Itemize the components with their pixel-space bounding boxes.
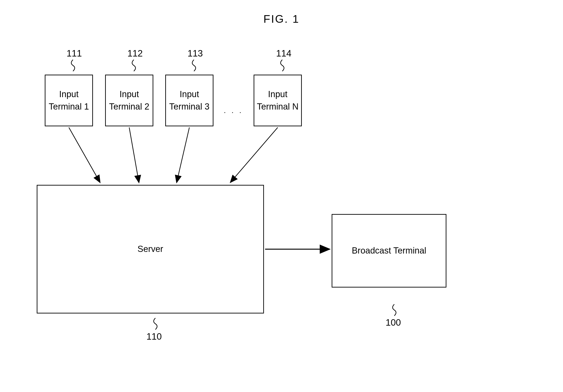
squiggle-111 <box>66 59 80 72</box>
box-input-terminal-2: Input Terminal 2 <box>105 75 153 126</box>
squiggle-100 <box>387 303 401 317</box>
ref-112: 112 <box>127 48 143 59</box>
box-input-terminal-1: Input Terminal 1 <box>45 75 93 126</box>
ref-114: 114 <box>276 48 292 59</box>
box-input-terminal-n: Input Terminal N <box>254 75 302 126</box>
figure-title: FIG. 1 <box>264 13 299 25</box>
squiggle-110 <box>149 317 162 331</box>
arrow-input2-server <box>129 128 139 182</box>
box-input-terminal-3: Input Terminal 3 <box>165 75 213 126</box>
box-server: Server <box>37 185 264 314</box>
arrow-input3-server <box>177 128 189 182</box>
arrow-input1-server <box>69 128 100 182</box>
squiggle-114 <box>275 59 289 72</box>
ellipsis: · · · <box>224 108 243 117</box>
ref-113: 113 <box>188 48 203 59</box>
squiggle-112 <box>127 59 141 72</box>
ref-110: 110 <box>146 331 162 342</box>
box-broadcast-terminal: Broadcast Terminal <box>332 214 447 287</box>
ref-100: 100 <box>385 317 401 328</box>
squiggle-113 <box>187 59 201 72</box>
ref-111: 111 <box>66 48 82 59</box>
arrow-inputn-server <box>231 128 278 182</box>
